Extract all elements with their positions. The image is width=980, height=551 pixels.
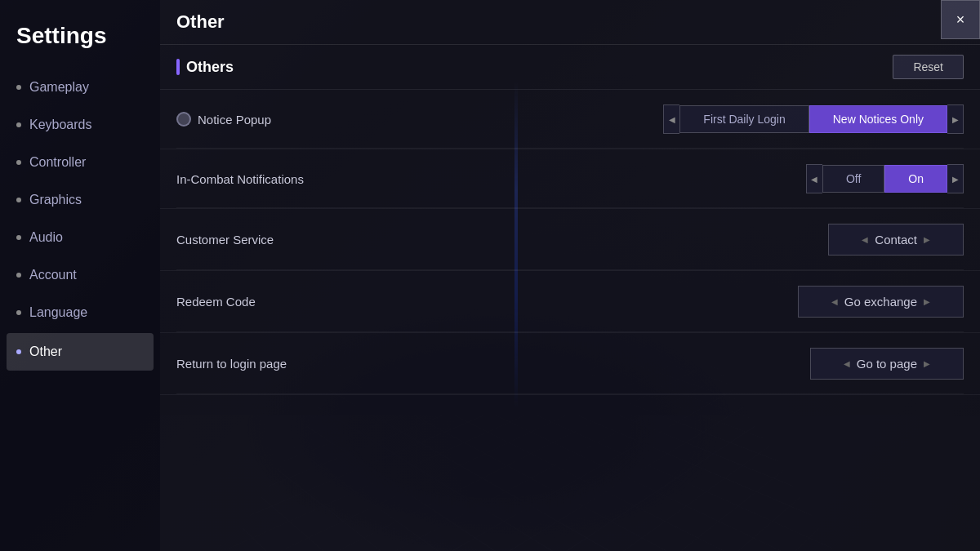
- setting-row-in-combat: In-Combat Notifications ◀ Off On ▶: [160, 149, 980, 209]
- notice-label-group: Notice Popup: [176, 112, 271, 127]
- setting-row-redeem-code: Redeem Code ◀ Go exchange ▶: [160, 271, 980, 333]
- customer-service-label: Customer Service: [176, 233, 274, 247]
- sidebar-dot: [16, 122, 21, 127]
- sidebar-item-controller[interactable]: Controller: [0, 144, 160, 181]
- sidebar-item-audio[interactable]: Audio: [0, 219, 160, 256]
- section-heading: Others: [186, 59, 234, 76]
- redeem-code-label: Redeem Code: [176, 295, 256, 309]
- notice-icon: [176, 112, 191, 127]
- notice-popup-option-first-daily[interactable]: First Daily Login: [679, 105, 808, 133]
- sidebar-item-label: Language: [29, 305, 87, 320]
- reset-button[interactable]: Reset: [893, 55, 964, 79]
- section-title-row: Others: [176, 59, 234, 76]
- notice-popup-option-new-notices[interactable]: New Notices Only: [809, 105, 947, 133]
- sidebar-dot: [16, 85, 21, 90]
- notice-popup-prev-arrow[interactable]: ◀: [663, 104, 679, 134]
- left-arrow-icon: ◀: [831, 297, 838, 306]
- app-title: Settings: [0, 13, 160, 69]
- sidebar-item-account[interactable]: Account: [0, 256, 160, 294]
- sidebar-dot: [16, 349, 21, 354]
- in-combat-prev-arrow[interactable]: ◀: [806, 164, 822, 193]
- right-arrow-icon: ▶: [924, 359, 930, 368]
- return-login-label: Return to login page: [176, 357, 287, 371]
- setting-row-customer-service: Customer Service ◀ Contact ▶: [160, 209, 980, 271]
- sidebar-item-label: Other: [29, 344, 62, 359]
- main-header: Other ×: [160, 0, 980, 45]
- in-combat-option-on[interactable]: On: [884, 165, 947, 193]
- main-panel: Other × Others Reset Notice Popup ◀ Firs…: [160, 0, 980, 551]
- go-exchange-button[interactable]: ◀ Go exchange ▶: [798, 286, 964, 318]
- section-header: Others Reset: [160, 45, 980, 90]
- right-arrow-icon: ▶: [924, 235, 930, 244]
- section-accent-bar: [176, 59, 180, 75]
- go-to-page-button[interactable]: ◀ Go to page ▶: [810, 348, 964, 380]
- page-title: Other: [176, 11, 225, 33]
- notice-popup-controls: ◀ First Daily Login New Notices Only ▶: [663, 104, 964, 134]
- notice-popup-next-arrow[interactable]: ▶: [947, 104, 964, 134]
- sidebar-item-gameplay[interactable]: Gameplay: [0, 69, 160, 106]
- sidebar-dot: [16, 310, 21, 315]
- setting-row-return-login: Return to login page ◀ Go to page ▶: [160, 333, 980, 395]
- in-combat-controls: ◀ Off On ▶: [806, 164, 964, 193]
- in-combat-label: In-Combat Notifications: [176, 172, 304, 186]
- sidebar-item-language[interactable]: Language: [0, 294, 160, 331]
- sidebar-item-other[interactable]: Other: [7, 333, 154, 371]
- setting-row-notice-popup: Notice Popup ◀ First Daily Login New Not…: [160, 90, 980, 149]
- left-arrow-icon: ◀: [862, 235, 868, 244]
- sidebar-item-label: Keyboards: [29, 118, 92, 132]
- sidebar-item-label: Graphics: [29, 193, 82, 207]
- sidebar-item-label: Gameplay: [29, 80, 89, 95]
- sidebar-dot: [16, 160, 21, 165]
- sidebar-item-label: Audio: [29, 230, 63, 245]
- sidebar-item-label: Controller: [29, 155, 86, 170]
- sidebar-dot: [16, 273, 21, 278]
- sidebar-item-keyboards[interactable]: Keyboards: [0, 106, 160, 144]
- sidebar-dot: [16, 235, 21, 240]
- in-combat-option-off[interactable]: Off: [822, 165, 884, 193]
- sidebar: Settings Gameplay Keyboards Controller G…: [0, 0, 160, 551]
- in-combat-next-arrow[interactable]: ▶: [947, 164, 964, 193]
- notice-popup-label: Notice Popup: [198, 113, 271, 127]
- sidebar-dot: [16, 198, 21, 202]
- right-arrow-icon: ▶: [924, 297, 930, 306]
- sidebar-item-label: Account: [29, 268, 77, 282]
- sidebar-item-graphics[interactable]: Graphics: [0, 181, 160, 219]
- left-arrow-icon: ◀: [844, 359, 850, 368]
- contact-button[interactable]: ◀ Contact ▶: [828, 224, 964, 256]
- close-button[interactable]: ×: [941, 0, 980, 39]
